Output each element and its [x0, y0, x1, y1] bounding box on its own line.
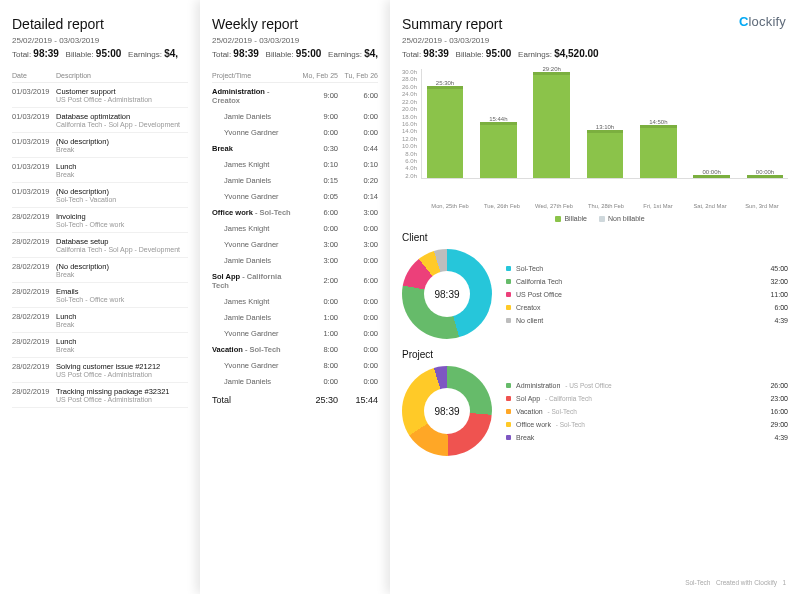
list-item: Break4:39 [506, 431, 788, 444]
client-donut-row: 98:39 Sol-Tech45:00California Tech32:00U… [402, 249, 788, 339]
client-list: Sol-Tech45:00California Tech32:00US Post… [506, 262, 788, 327]
list-item: Administration - US Post Office26:00 [506, 379, 788, 392]
table-row: Jamie Daniels1:000:00 [212, 309, 378, 325]
weekly-total-label: Total [212, 389, 298, 405]
table-row: 28/02/2019Database setupCalifornia Tech … [12, 233, 188, 258]
table-row: James Knight0:000:00 [212, 293, 378, 309]
totals-line: Total: 98:39 Billable: 95:00 Earnings: $… [212, 48, 378, 59]
table-row: Jamie Daniels9:000:00 [212, 108, 378, 124]
client-donut: 98:39 [402, 249, 492, 339]
col-desc: Description [56, 69, 188, 83]
table-row: 28/02/2019LunchBreak [12, 308, 188, 333]
table-row: 28/02/2019InvoicingSol-Tech - Office wor… [12, 208, 188, 233]
table-row: Yvonne Gardner0:000:00 [212, 124, 378, 140]
brand-logo: Clockify [739, 14, 786, 29]
project-donut-row: 98:39 Administration - US Post Office26:… [402, 366, 788, 456]
table-row: 28/02/2019(No description)Break [12, 258, 188, 283]
detailed-table: DateDescription 01/03/2019Customer suppo… [12, 69, 188, 408]
list-item: US Post Office11:00 [506, 288, 788, 301]
col-proj: Project/Time [212, 69, 298, 83]
bar: 13:10h [582, 69, 628, 178]
detailed-title: Detailed report [12, 16, 188, 32]
table-row: Sol App - California Tech2:006:00 [212, 268, 378, 293]
x-axis-labels: Mon, 25th FebTue, 26th FebWed, 27th FebT… [424, 203, 788, 209]
weekly-title: Weekly report [212, 16, 378, 32]
totals-line: Total: 98:39 Billable: 95:00 Earnings: $… [12, 48, 188, 59]
summary-report-panel: Clockify Summary report 25/02/2019 - 03/… [390, 0, 800, 594]
weekly-total-v2: 15:44 [338, 389, 378, 405]
table-row: James Knight0:000:00 [212, 220, 378, 236]
chart-legend: Billable Non billable [402, 215, 788, 222]
bar: 00:00h [742, 69, 788, 178]
col-date: Date [12, 69, 56, 83]
list-item: Creatox6:00 [506, 301, 788, 314]
table-row: 28/02/2019LunchBreak [12, 333, 188, 358]
client-section-title: Client [402, 232, 788, 243]
project-donut: 98:39 [402, 366, 492, 456]
chart-plot: 25:30h15:44h29:20h13:10h14:50h00:00h00:0… [421, 69, 788, 179]
list-item: Sol-Tech45:00 [506, 262, 788, 275]
table-row: Yvonne Gardner0:050:14 [212, 188, 378, 204]
bar: 15:44h [475, 69, 521, 178]
weekly-report-panel: Weekly report 25/02/2019 - 03/03/2019 To… [200, 0, 390, 594]
list-item: Vacation - Sol-Tech16:00 [506, 405, 788, 418]
date-range: 25/02/2019 - 03/03/2019 [12, 36, 188, 45]
project-list: Administration - US Post Office26:00Sol … [506, 379, 788, 444]
table-row: Yvonne Gardner1:000:00 [212, 325, 378, 341]
bar: 00:00h [689, 69, 735, 178]
table-row: 01/03/2019Customer supportUS Post Office… [12, 83, 188, 108]
table-row: 01/03/2019LunchBreak [12, 158, 188, 183]
table-row: 01/03/2019(No description)Sol-Tech - Vac… [12, 183, 188, 208]
bar: 14:50h [635, 69, 681, 178]
weekly-total-v1: 25:30 [298, 389, 338, 405]
table-row: Administration - Creatox9:006:00 [212, 83, 378, 109]
table-row: 28/02/2019EmailsSol-Tech - Office work [12, 283, 188, 308]
summary-title: Summary report [402, 16, 788, 32]
table-row: Break0:300:44 [212, 140, 378, 156]
detailed-report-panel: Detailed report 25/02/2019 - 03/03/2019 … [0, 0, 200, 594]
legend-dot-nonbillable [599, 216, 605, 222]
date-range: 25/02/2019 - 03/03/2019 [402, 36, 788, 45]
weekly-table: Project/TimeMo, Feb 25Tu, Feb 26 Adminis… [212, 69, 378, 405]
totals-line: Total: 98:39 Billable: 95:00 Earnings: $… [402, 48, 788, 59]
table-row: 28/02/2019Tracking missing package #3232… [12, 383, 188, 408]
bar: 25:30h [422, 69, 468, 178]
list-item: No client4:39 [506, 314, 788, 327]
col-d2: Tu, Feb 26 [338, 69, 378, 83]
list-item: California Tech32:00 [506, 275, 788, 288]
table-row: Office work - Sol-Tech6:003:00 [212, 204, 378, 220]
table-row: 28/02/2019Solving customer issue #21212U… [12, 358, 188, 383]
table-row: Jamie Daniels0:000:00 [212, 373, 378, 389]
table-row: 01/03/2019(No description)Break [12, 133, 188, 158]
table-row: Yvonne Gardner8:000:00 [212, 357, 378, 373]
table-row: 01/03/2019Database optimizationCaliforni… [12, 108, 188, 133]
page-footer: Sol-Tech Created with Clockify 1 [685, 579, 786, 586]
table-row: Yvonne Gardner3:003:00 [212, 236, 378, 252]
table-row: Jamie Daniels3:000:00 [212, 252, 378, 268]
table-row: Jamie Daniels0:150:20 [212, 172, 378, 188]
list-item: Sol App - California Tech23:00 [506, 392, 788, 405]
list-item: Office work - Sol-Tech29:00 [506, 418, 788, 431]
bar-chart: 30.0h28.0h26.0h24.0h22.0h20.0h18.0h16.0h… [402, 69, 788, 199]
y-axis-labels: 30.0h28.0h26.0h24.0h22.0h20.0h18.0h16.0h… [402, 69, 421, 179]
date-range: 25/02/2019 - 03/03/2019 [212, 36, 378, 45]
legend-dot-billable [555, 216, 561, 222]
table-row: Vacation - Sol-Tech8:000:00 [212, 341, 378, 357]
col-d1: Mo, Feb 25 [298, 69, 338, 83]
table-row: James Knight0:100:10 [212, 156, 378, 172]
project-section-title: Project [402, 349, 788, 360]
bar: 29:20h [529, 69, 575, 178]
